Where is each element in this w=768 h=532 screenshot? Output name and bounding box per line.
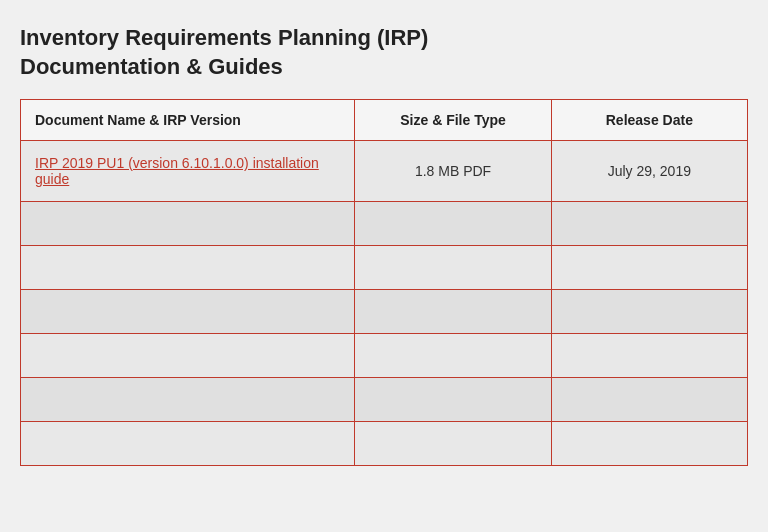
- table-row: IRP 2019 PU1 (version 6.10.1.0.0) instal…: [21, 141, 748, 202]
- doc-size-cell-empty: [355, 246, 551, 290]
- table-row: [21, 422, 748, 466]
- doc-name-cell-empty: [21, 378, 355, 422]
- doc-date-cell: July 29, 2019: [551, 141, 747, 202]
- doc-date-cell-empty: [551, 334, 747, 378]
- col-header-size: Size & File Type: [355, 100, 551, 141]
- doc-name-cell-empty: [21, 422, 355, 466]
- doc-date-cell-empty: [551, 378, 747, 422]
- doc-name-cell: IRP 2019 PU1 (version 6.10.1.0.0) instal…: [21, 141, 355, 202]
- col-header-date: Release Date: [551, 100, 747, 141]
- table-header-row: Document Name & IRP Version Size & File …: [21, 100, 748, 141]
- doc-name-cell-empty: [21, 246, 355, 290]
- doc-size-cell: 1.8 MB PDF: [355, 141, 551, 202]
- col-header-name: Document Name & IRP Version: [21, 100, 355, 141]
- doc-size-cell-empty: [355, 290, 551, 334]
- table-row: [21, 334, 748, 378]
- table-row: [21, 290, 748, 334]
- doc-size-cell-empty: [355, 378, 551, 422]
- doc-date-cell-empty: [551, 246, 747, 290]
- page-container: Inventory Requirements Planning (IRP) Do…: [0, 0, 768, 486]
- table-row: [21, 378, 748, 422]
- doc-name-cell-empty: [21, 334, 355, 378]
- doc-size-cell-empty: [355, 422, 551, 466]
- doc-date-cell-empty: [551, 202, 747, 246]
- page-title: Inventory Requirements Planning (IRP) Do…: [20, 24, 748, 81]
- table-row: [21, 246, 748, 290]
- doc-size-cell-empty: [355, 334, 551, 378]
- doc-name-cell-empty: [21, 290, 355, 334]
- documentation-table: Document Name & IRP Version Size & File …: [20, 99, 748, 466]
- doc-name-cell-empty: [21, 202, 355, 246]
- doc-date-cell-empty: [551, 290, 747, 334]
- doc-size-cell-empty: [355, 202, 551, 246]
- table-row: [21, 202, 748, 246]
- doc-date-cell-empty: [551, 422, 747, 466]
- doc-link[interactable]: IRP 2019 PU1 (version 6.10.1.0.0) instal…: [35, 155, 319, 187]
